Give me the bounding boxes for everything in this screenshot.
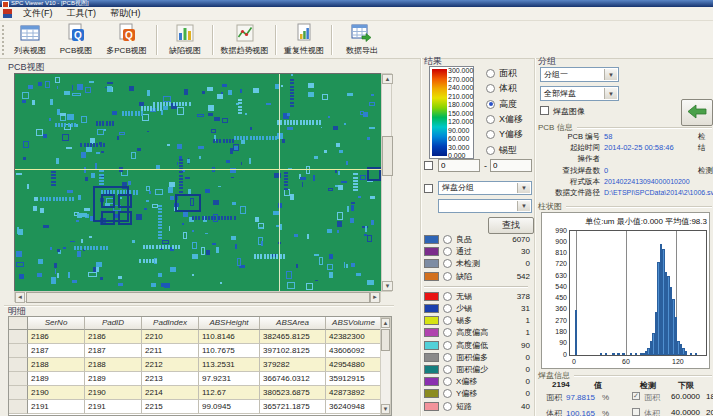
menu-item-0[interactable]: 文件(F) [16,7,60,20]
menu-item-2[interactable]: 帮助(H) [103,7,148,20]
legend-label: 面积偏多 [456,352,488,363]
metric-radio-Y偏移[interactable]: Y偏移 [486,129,523,140]
table-row[interactable]: 218621862210110.8146382465.812542382300 [9,330,391,344]
color-scale-gradient [432,69,447,156]
metric-radio-锡型[interactable]: 锡型 [486,145,517,156]
metric-radio-X偏移[interactable]: X偏移 [486,114,523,125]
toolbar-button-重复性视图[interactable]: 重复性视图 [279,23,329,57]
metric-radio-体积[interactable]: 体积 [486,83,517,94]
legend-label: 通过 [456,246,472,257]
col-check: 检测 [640,380,656,391]
pcb-board-canvas[interactable] [14,73,382,292]
column-header-SerNo[interactable]: SerNo [28,317,85,330]
toolbar-button-数据导出[interactable]: 数据导出 [335,23,389,57]
scale-tick-label: 150.000 [448,110,474,118]
table-row[interactable]: 218721872211110.7675397102.812543606092 [9,344,391,358]
pad-upper-limit: 180. [706,392,713,401]
radio-icon[interactable] [486,100,495,109]
scroll-up-icon[interactable]: ▲ [381,318,390,328]
radio-icon[interactable] [486,69,495,78]
chevron-down-icon[interactable]: ▼ [604,69,617,80]
toolbar-button-数据趋势视图[interactable]: 数据趋势视图 [216,23,273,57]
radio-icon[interactable] [443,247,452,256]
radio-icon[interactable] [443,292,452,301]
radio-icon[interactable] [443,328,452,337]
checkbox-icon[interactable]: ✓ [632,392,640,400]
pad-group-combo[interactable]: 焊盘分组 ▼ [438,181,532,195]
pcb-component [99,180,104,182]
radio-icon[interactable] [486,84,495,93]
radio-icon[interactable] [486,146,495,155]
radio-icon[interactable] [443,316,452,325]
radio-icon[interactable] [443,259,452,268]
range-from-input[interactable] [438,159,480,172]
range-filter-checkbox[interactable] [424,161,433,170]
chevron-down-icon[interactable]: ▼ [517,201,530,211]
radio-icon[interactable] [443,272,452,281]
column-header-ABSArea[interactable]: ABSArea [260,317,326,330]
pcb-vertical-scrollbar[interactable]: ▲ ▼ [381,73,392,292]
radio-icon[interactable] [443,377,452,386]
checkbox-icon[interactable] [632,408,640,416]
scrollbar-thumb[interactable] [381,329,390,351]
scroll-down-icon[interactable]: ▼ [382,281,393,291]
pad-metric-label: 面积 [538,392,562,403]
toolbar-button-PCB视图[interactable]: QPCB视图 [53,23,99,57]
radio-icon[interactable] [486,115,495,124]
pads-combo[interactable]: 全部焊盘 ▼ [540,86,619,101]
radio-icon[interactable] [443,341,452,350]
column-header-PadID[interactable]: PadID [85,317,142,330]
radio-icon[interactable] [443,304,452,313]
secondary-combo[interactable]: ▼ [438,199,532,213]
scrollbar-thumb[interactable] [382,136,393,176]
toolbar-button-缺陷视图[interactable]: 缺陷视图 [160,23,210,57]
scroll-right-icon[interactable]: ► [370,292,380,303]
radio-icon[interactable] [443,235,452,244]
metric-radio-高度[interactable]: 高度 [486,99,517,110]
info-label: 程式版本 [538,177,600,187]
pcb-component [216,247,219,253]
radio-icon[interactable] [443,365,452,374]
legend-label: 短路 [456,401,472,412]
table-row[interactable]: 218821882212113.253137928242954880 [9,358,391,372]
scrollbar-thumb[interactable] [26,292,370,303]
pcb-component [207,87,213,91]
group-combo[interactable]: 分组一 ▼ [540,67,619,82]
table-vertical-scrollbar[interactable]: ▲ ▼ [380,317,391,415]
scroll-down-icon[interactable]: ▼ [381,404,390,414]
pcb-component [23,157,26,160]
radio-icon[interactable] [443,353,452,362]
column-header-PadIndex[interactable]: PadIndex [142,317,199,330]
pcb-component [221,92,223,94]
pcb-component [93,246,95,251]
pad-image-checkbox[interactable] [540,106,549,115]
radio-icon[interactable] [443,402,452,411]
pcb-component [122,111,124,116]
radio-icon[interactable] [443,389,452,398]
metric-radio-面积[interactable]: 面积 [486,68,517,79]
table-row[interactable]: 219021902214112.67380523.687542873892 [9,386,391,400]
toolbar-button-多PCB视图[interactable]: Q多PCB视图 [99,23,154,57]
histogram-y-tick: 720 [544,260,567,267]
chevron-down-icon[interactable]: ▼ [604,88,617,99]
pcb-component [183,232,187,239]
pad-group-checkbox[interactable] [424,184,433,193]
scroll-up-icon[interactable]: ▲ [382,74,393,84]
search-button[interactable]: 查找 [488,217,534,234]
pcb-component [19,274,24,279]
pcb-component [351,202,355,205]
column-header-ABSVolume[interactable]: ABSVolume [326,317,382,330]
column-header-ABSHeight[interactable]: ABSHeight [199,317,260,330]
scroll-left-icon[interactable]: ◄ [15,292,25,303]
table-row[interactable]: 21912191221599.0945365721.187536240948 [9,400,391,414]
chevron-down-icon[interactable]: ▼ [517,183,530,193]
radio-icon[interactable] [486,130,495,139]
pcb-component [99,174,104,176]
table-row[interactable]: 21892189221397.9231366746.031235912915 [9,372,391,386]
pcb-horizontal-scrollbar[interactable]: ◄ ► [14,291,381,302]
toolbar-button-列表视图[interactable]: 列表视图 [7,23,53,57]
range-to-input[interactable] [490,159,532,172]
pcb-component [100,143,102,148]
pcb-component [93,267,96,272]
menu-item-1[interactable]: 工具(T) [60,7,104,20]
